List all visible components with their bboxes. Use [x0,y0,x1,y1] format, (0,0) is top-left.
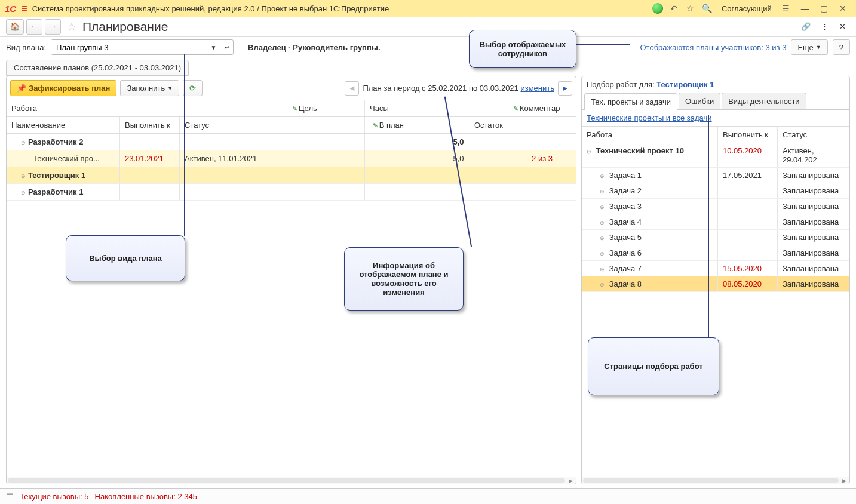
main-menu-icon[interactable]: ≡ [21,2,27,15]
notification-indicator-icon[interactable] [652,3,663,14]
plans-table[interactable]: Работа ✎Цель Часы ✎Комментар Наименовани… [7,100,576,477]
hdr-goal: ✎Цель [287,100,365,116]
period-text: План за период с 25.02.2021 по 03.03.202… [363,84,554,93]
tab-errors[interactable]: Ошибки [679,93,720,109]
favorites-icon[interactable]: ☆ [685,2,697,14]
table-row[interactable]: ⊕ Задача 2Запланирована [582,183,849,199]
status-current: Текущие вызовы: 5 [20,492,89,501]
titlebar: 1C ≡ Система проектирования прикладных р… [0,0,856,17]
navigation-bar: 🏠 ← → ☆ Планирование 🔗 ⋮ ✕ [0,17,856,37]
collapse-icon[interactable]: ⊖ [21,190,26,196]
help-button[interactable]: ? [833,39,850,55]
close-page-button[interactable]: ✕ [834,19,850,35]
table-row[interactable]: ⊕ Задача 808.05.2020Запланирована [582,276,849,292]
history-icon[interactable]: ↶ [668,2,680,14]
kebab-menu-icon[interactable]: ⋮ [817,19,832,35]
link-icon[interactable]: 🔗 [797,19,814,35]
more-button[interactable]: Еще▼ [791,39,827,55]
tab-activity[interactable]: Виды деятельности [722,93,806,109]
table-row[interactable]: ⊖Тестировщик 1 [7,167,576,184]
refresh-button[interactable]: ⟳ [183,80,203,96]
expand-icon[interactable]: ⊕ [600,173,605,179]
table-row[interactable]: ⊕ Задача 5Запланирована [582,230,849,245]
back-button[interactable]: ← [26,19,42,35]
expand-icon[interactable]: ⊖ [587,149,591,155]
hdr-comment: ✎Комментар [508,100,576,116]
table-row[interactable]: ⊕ Задача 3Запланирована [582,199,849,214]
right-tabs: Тех. проекты и задачи Ошибки Виды деятел… [582,93,849,110]
plan-type-select[interactable]: ▼ ↩ [51,39,234,55]
table-row[interactable]: ⊕ Задача 6Запланирована [582,245,849,261]
table-row[interactable]: ⊕ Задача 4Запланирована [582,214,849,230]
pin-icon: 📌 [17,84,26,93]
close-button[interactable]: ✕ [834,4,851,13]
home-button[interactable]: 🏠 [6,19,24,35]
section-tab[interactable]: Составление планов (25.02.2021 - 03.03.2… [6,60,189,76]
h-scrollbar-right[interactable]: ▶ [582,477,849,484]
expand-icon[interactable]: ⊕ [600,204,605,210]
window-controls: — ▢ ✕ [797,4,851,13]
change-period-link[interactable]: изменить [520,84,554,93]
fix-plan-button[interactable]: 📌Зафиксировать план [10,80,116,96]
left-toolbar: 📌Зафиксировать план Заполнить▼ ⟳ ◄ План … [7,76,576,100]
expand-icon[interactable]: ⊕ [600,266,605,272]
callout-employees: Выбор отображаемых сотрудников [469,30,576,68]
control-row: Вид плана: ▼ ↩ Владелец - Руководитель г… [0,37,856,57]
table-row[interactable]: ⊖Разработчик 1 [7,184,576,201]
status-bar: 🗔 Текущие вызовы: 5 Накопленные вызовы: … [0,488,856,504]
expand-icon[interactable]: ⊕ [600,220,605,226]
tab-projects[interactable]: Тех. проекты и задачи [584,93,677,110]
table-header-row1: Работа ✎Цель Часы ✎Комментар [7,100,576,117]
work-picker-panel: Подбор работ для: Тестировщик 1 Тех. про… [581,76,850,484]
status-icon: 🗔 [6,492,14,501]
logo-1c: 1C [5,4,16,14]
table-row[interactable]: ⊕ Задача 117.05.2021Запланирована [582,168,849,183]
forward-button[interactable]: → [45,19,61,35]
hdr-hours: Часы [365,100,508,116]
collapse-icon[interactable]: ⊖ [21,173,26,179]
collapse-icon[interactable]: ⊖ [21,140,26,146]
right-table[interactable]: Работа Выполнить к Статус ⊖ Технический … [582,126,849,477]
callout-period: Информация об отображаемом плане и возмо… [344,247,464,311]
table-row[interactable]: Технический про...23.01.2021Активен, 11.… [7,150,576,167]
minimize-button[interactable]: — [797,4,814,13]
all-projects-link[interactable]: Технические проекты и все задачи [587,113,712,122]
hdr-status: Статус [180,117,287,133]
pencil-icon: ✎ [513,105,518,112]
expand-icon[interactable]: ⊕ [600,235,605,241]
right-title: Подбор работ для: Тестировщик 1 [582,76,849,93]
search-icon[interactable]: 🔍 [701,2,713,14]
pencil-icon: ✎ [373,122,378,129]
callout-plan-type: Выбор вида плана [66,235,185,281]
expand-icon[interactable]: ⊕ [600,282,605,288]
status-accum: Накопленные вызовы: 2 345 [95,492,197,501]
pencil-icon: ✎ [292,105,297,112]
rhdr-due: Выполнить к [718,127,778,143]
star-icon[interactable]: ☆ [67,20,76,33]
user-label[interactable]: Согласующий [722,4,772,13]
hdr-due: Выполнить к [120,117,180,133]
rhdr-status: Статус [778,127,849,143]
hdr-work: Работа [7,100,287,116]
window-title: Система проектирования прикладных решени… [32,4,648,13]
expand-icon[interactable]: ⊕ [600,189,605,195]
dropdown-icon[interactable]: ▼ [207,40,220,54]
maximize-button[interactable]: ▢ [815,4,832,13]
page-title: Планирование [82,20,168,34]
settings-lines-icon[interactable]: ☰ [780,2,792,14]
expand-icon[interactable]: ⊕ [600,251,605,257]
clear-icon[interactable]: ↩ [220,40,233,54]
hdr-plan-hours: ✎В план [365,117,409,133]
plan-type-label: Вид плана: [6,43,46,52]
next-period-button[interactable]: ► [558,81,572,96]
owner-text: Владелец - Руководитель группы. [248,43,381,52]
plan-type-input[interactable] [51,40,207,54]
shown-plans-link[interactable]: Отображаются планы участников: 3 из 3 [640,43,786,52]
table-row[interactable]: ⊕ Задача 715.05.2020Запланирована [582,261,849,276]
h-scrollbar[interactable]: ▶ [7,477,576,484]
table-row[interactable]: ⊖Разработчик 25,0 [7,134,576,150]
prev-period-button[interactable]: ◄ [345,81,359,96]
table-row[interactable]: ⊖ Технический проект 1010.05.2020Активен… [582,143,849,168]
table-header-row2: Наименование Выполнить к Статус ✎В план … [7,117,576,134]
fill-button[interactable]: Заполнить▼ [120,80,179,96]
